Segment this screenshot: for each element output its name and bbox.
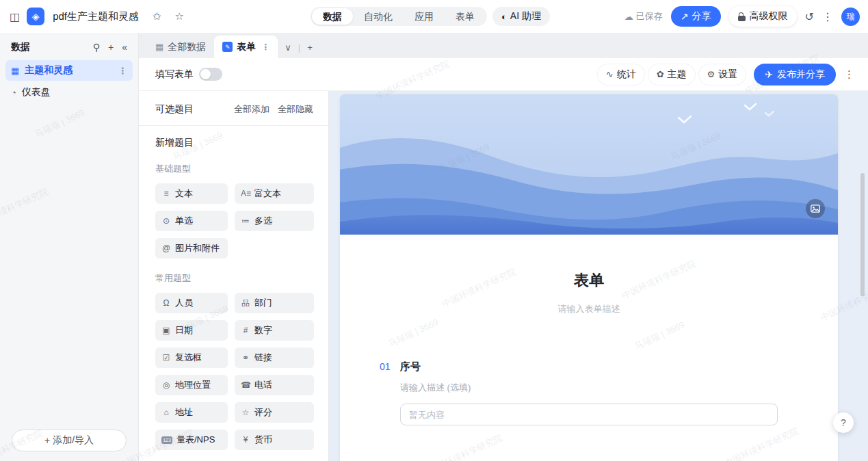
view-switcher: 数据 自动化 应用 表单 ◐ AI 助理 [311, 7, 550, 26]
optional-questions-title: 可选题目 [155, 103, 194, 116]
form-description-placeholder[interactable]: 请输入表单描述 [340, 303, 838, 315]
add-import-label: 添加/导入 [53, 434, 94, 447]
help-button[interactable]: ? [833, 412, 854, 433]
tab-automation[interactable]: 自动化 [353, 8, 404, 25]
save-status-label: 已保存 [636, 10, 663, 23]
type-button-multi-select[interactable]: ≔ 多选 [235, 211, 314, 231]
view-tabs: 数据 自动化 应用 表单 [311, 7, 487, 26]
more-menu-icon[interactable]: ⋮ [822, 10, 833, 23]
tab-list-chevron-icon[interactable]: ∨ [285, 42, 291, 53]
publish-share-button[interactable]: ✈ 发布并分享 [754, 64, 836, 85]
type-label: 货币 [254, 434, 272, 446]
tab-data[interactable]: 数据 [312, 8, 353, 25]
sidebar-item-dashboard[interactable]: ◔ 仪表盘 [5, 82, 133, 103]
stats-button[interactable]: ∿ 统计 [598, 64, 644, 85]
sheet-tab-label: 全部数据 [168, 41, 206, 53]
type-button-rich-text[interactable]: A≡ 富文本 [235, 183, 314, 204]
sheet-tab-all-data[interactable]: ▦ 全部数据 [147, 36, 214, 58]
type-label: 评分 [254, 406, 272, 419]
collapse-panel-icon[interactable]: ◫ [10, 10, 20, 23]
type-button-link[interactable]: ⚭ 链接 [235, 347, 314, 368]
topbar: ◫ ◈ pdf生产主题和灵感 ✩ ☆ 数据 自动化 应用 表单 ◐ AI 助理 … [0, 0, 868, 33]
question-title[interactable]: 序号 [400, 360, 778, 373]
add-all-link[interactable]: 全部添加 [234, 103, 269, 116]
hide-all-link[interactable]: 全部隐藏 [278, 103, 313, 116]
date-icon: ▣ [161, 326, 171, 335]
ai-assistant-button[interactable]: ◐ AI 助理 [492, 7, 550, 26]
question-block[interactable]: 01 序号 请输入描述 (选填) [400, 360, 778, 425]
item-more-icon[interactable]: ⋮ [118, 66, 127, 76]
fill-form-toggle[interactable] [199, 68, 222, 81]
ai-icon: ◐ [501, 12, 507, 22]
collapse-sidebar-icon[interactable]: « [122, 42, 127, 53]
type-button-currency[interactable]: ¥ 货币 [235, 430, 314, 450]
theme-label: 主题 [668, 68, 687, 81]
type-label: 文本 [175, 187, 193, 200]
gear-icon: ⚙ [707, 69, 715, 79]
text-icon: ≡ [161, 189, 171, 198]
type-button-address[interactable]: ⌂ 地址 [155, 402, 228, 423]
settings-button[interactable]: ⚙ 设置 [699, 64, 746, 85]
favorite-star-icon[interactable]: ☆ [175, 10, 184, 23]
save-status: ☁ 已保存 [624, 10, 663, 23]
add-sheet-icon[interactable]: + [307, 42, 313, 53]
type-label: 复选框 [175, 352, 202, 364]
location-icon: ◎ [161, 380, 171, 390]
form-pencil-icon: ✎ [222, 42, 233, 52]
search-icon[interactable]: ⚲ [93, 42, 100, 53]
type-button-phone[interactable]: ☎ 电话 [235, 375, 314, 395]
history-icon[interactable]: ↺ [805, 10, 814, 23]
type-button-nps[interactable]: 123 量表/NPS [155, 430, 228, 450]
form-title[interactable]: 表单 [340, 270, 838, 291]
type-button-department[interactable]: 品 部门 [235, 293, 314, 313]
question-answer-input[interactable] [400, 404, 778, 425]
change-banner-image-button[interactable] [806, 199, 825, 218]
person-icon: Ω [161, 298, 171, 308]
tab-more-icon[interactable]: ⋮ [261, 42, 269, 52]
table-icon: ▦ [11, 66, 19, 76]
app-logo-icon[interactable]: ◈ [27, 8, 44, 25]
type-button-location[interactable]: ◎ 地理位置 [155, 375, 228, 395]
sheet-tab-form[interactable]: ✎ 表单 ⋮ [214, 36, 278, 58]
add-table-icon[interactable]: + [108, 42, 114, 53]
lock-icon [738, 16, 746, 21]
vertical-scrollbar[interactable] [860, 173, 865, 296]
type-label: 地理位置 [175, 379, 211, 391]
add-import-button[interactable]: + 添加/导入 [12, 430, 127, 451]
plus-icon: + [44, 435, 50, 446]
dashboard-icon: ◔ [11, 88, 16, 98]
toolbar-more-icon[interactable]: ⋮ [840, 68, 858, 81]
question-description-placeholder[interactable]: 请输入描述 (选填) [400, 382, 778, 394]
type-button-single-select[interactable]: ⊙ 单选 [155, 211, 228, 231]
advanced-permission-button[interactable]: 高级权限 [729, 6, 797, 27]
sheet-tabstrip: ▦ 全部数据 ✎ 表单 ⋮ ∨ | + [139, 33, 868, 58]
tab-form[interactable]: 表单 [445, 8, 486, 25]
type-button-person[interactable]: Ω 人员 [155, 293, 228, 313]
phone-icon: ☎ [241, 380, 250, 390]
type-button-checkbox[interactable]: ☑ 复选框 [155, 347, 228, 368]
number-icon: # [241, 326, 250, 335]
type-button-date[interactable]: ▣ 日期 [155, 320, 228, 341]
department-icon: 品 [241, 298, 250, 309]
advanced-permission-label: 高级权限 [750, 10, 788, 23]
type-button-text[interactable]: ≡ 文本 [155, 183, 228, 204]
type-label: 图片和附件 [175, 242, 220, 254]
type-button-number[interactable]: # 数字 [235, 320, 314, 341]
theme-button[interactable]: ✿ 主题 [648, 64, 695, 85]
tab-apps[interactable]: 应用 [404, 8, 445, 25]
basic-types-grid: ≡ 文本 A≡ 富文本 ⊙ 单选 ≔ 多选 [155, 183, 313, 259]
form-toolbar: 填写表单 ∿ 统计 ✿ 主题 ⚙ 设置 ✈ [139, 58, 868, 91]
stats-icon: ∿ [606, 69, 614, 79]
quick-access-star-icon[interactable]: ✩ [153, 10, 161, 23]
share-button[interactable]: ↗ 分享 [671, 6, 721, 27]
type-label: 数字 [254, 324, 272, 337]
topbar-right: ☁ 已保存 ↗ 分享 高级权限 ↺ ⋮ 瑞 [624, 6, 860, 27]
avatar[interactable]: 瑞 [841, 8, 860, 26]
ai-assistant-label: AI 助理 [510, 10, 541, 23]
type-button-rating[interactable]: ☆ 评分 [235, 402, 314, 423]
sidebar-item-themes[interactable]: ▦ 主题和灵感 ⋮ [5, 60, 133, 81]
app-window: ◫ ◈ pdf生产主题和灵感 ✩ ☆ 数据 自动化 应用 表单 ◐ AI 助理 … [0, 0, 868, 461]
toggle-knob [200, 69, 211, 79]
link-icon: ⚭ [241, 353, 250, 363]
type-button-attachment[interactable]: @ 图片和附件 [155, 238, 228, 259]
